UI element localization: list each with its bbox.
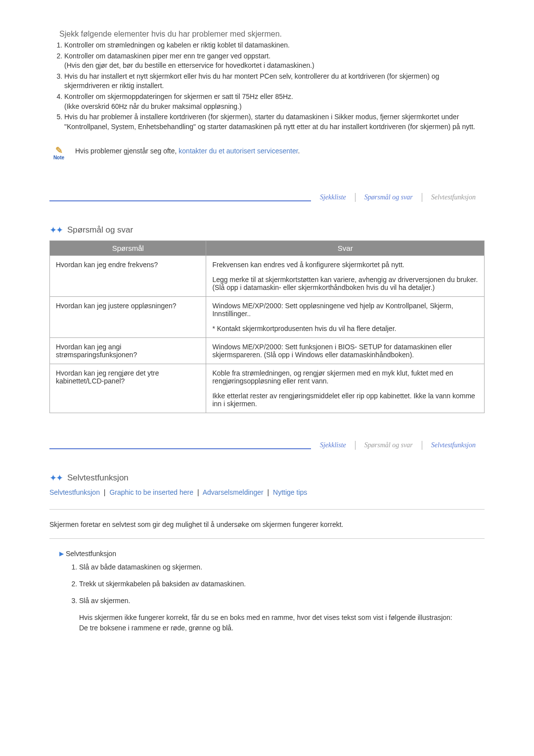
check-item: Kontroller om datamaskinen piper mer enn… (64, 51, 485, 71)
table-row: Hvordan kan jeg justere oppløsningen? Wi… (50, 297, 485, 338)
link-sep: | (267, 488, 269, 496)
qa-answer: Windows ME/XP/2000: Sett funksjonen i BI… (206, 338, 485, 364)
qa-answer-p: Ikke etterlat rester av rengjøringsmidde… (212, 392, 478, 408)
link-selvtest[interactable]: Selvtestfunksjon (49, 488, 100, 496)
qa-question: Hvordan kan jeg justere oppløsningen? (50, 297, 206, 338)
check-item-text: Hvis du har installert et nytt skjermkor… (64, 72, 439, 90)
note-link[interactable]: kontakter du et autorisert servicesenter (178, 147, 298, 155)
link-sep: | (197, 488, 199, 496)
qa-answer-p: Legg merke til at skjermkortstøtten kan … (212, 276, 478, 291)
tab-selvtest[interactable]: Selvtestfunksjon (422, 193, 485, 201)
check-item-sub: (Hvis den gjør det, bør du bestille en e… (64, 61, 485, 71)
selftest-para-line: Hvis skjermen ikke fungerer korrekt, får… (79, 614, 452, 621)
selftest-para: Hvis skjermen ikke fungerer korrekt, får… (79, 613, 485, 633)
nav-tabs-qa: Sjekkliste Spørsmål og svar Selvtestfunk… (49, 190, 485, 205)
qa-col-question: Spørsmål (50, 241, 206, 256)
selftest-subsection: ▶ Selvtestfunksjon Slå av både datamaski… (59, 550, 485, 633)
tab-selvtest[interactable]: Selvtestfunksjon (422, 441, 485, 449)
nav-spacer (49, 448, 311, 449)
note-row: ✎ Note Hvis problemer gjenstår seg ofte,… (49, 142, 485, 160)
table-row: Hvordan kan jeg endre frekvens? Frekvens… (50, 256, 485, 297)
selftest-intro-text: Skjermen foretar en selvtest som gir deg… (49, 520, 485, 528)
tab-sporsmal[interactable]: Spørsmål og svar (356, 441, 422, 449)
check-item-text: Kontroller om datamaskinen piper mer enn… (64, 52, 270, 60)
table-row: Hvordan kan jeg rengjøre det ytre kabine… (50, 364, 485, 413)
note-icon: ✎ Note (49, 142, 68, 160)
note-prefix: Hvis problemer gjenstår seg ofte, (75, 147, 178, 155)
check-item: Kontroller om skjermoppdateringen for sk… (64, 92, 485, 111)
qa-answer: Koble fra strømledningen, og rengjør skj… (206, 364, 485, 413)
check-item-text: Hvis du har problemer å installere kortd… (64, 113, 475, 131)
qa-question: Hvordan kan jeg endre frekvens? (50, 256, 206, 297)
note-label: Note (53, 155, 64, 160)
qa-answer: Windows ME/XP/2000: Sett oppløsningene v… (206, 297, 485, 338)
check-list: Kontroller om strømledningen og kabelen … (49, 41, 485, 132)
selftest-sub-title-row: ▶ Selvtestfunksjon (59, 550, 485, 558)
selftest-sublinks: Selvtestfunksjon | Graphic to be inserte… (49, 488, 485, 496)
link-advarsel[interactable]: Advarselsmeldinger (203, 488, 264, 496)
qa-answer-p: Windows ME/XP/2000: Sett oppløsningene v… (212, 302, 478, 318)
tab-sporsmal[interactable]: Spørsmål og svar (356, 193, 422, 201)
list-item: Slå av både datamaskinen og skjermen. (79, 563, 485, 572)
qa-col-answer: Svar (206, 241, 485, 256)
section-header-selftest: ✦✦ Selvtestfunksjon (49, 472, 485, 483)
selftest-sub-title: Selvtestfunksjon (66, 550, 116, 558)
selftest-steps: Slå av både datamaskinen og skjermen. Tr… (59, 563, 485, 606)
check-item: Kontroller om strømledningen og kabelen … (64, 41, 485, 50)
snowflake-icon: ✦✦ (49, 472, 62, 483)
check-item: Hvis du har installert et nytt skjermkor… (64, 72, 485, 91)
link-nyttige[interactable]: Nyttige tips (273, 488, 307, 496)
section-title: Selvtestfunksjon (67, 473, 129, 483)
list-item: Slå av skjermen. (79, 596, 485, 606)
link-sep: | (104, 488, 106, 496)
qa-question: Hvordan kan jeg rengjøre det ytre kabine… (50, 364, 206, 413)
selftest-para-line: De tre boksene i rammene er røde, grønne… (79, 624, 233, 632)
table-row: Hvordan kan jeg angi strømsparingsfunksj… (50, 338, 485, 364)
qa-answer-p: * Kontakt skjermkortprodusenten hvis du … (212, 325, 478, 332)
tab-sjekkliste[interactable]: Sjekkliste (311, 193, 355, 201)
link-graphic[interactable]: Graphic to be inserted here (109, 488, 193, 496)
check-item-text: Kontroller om skjermoppdateringen for sk… (64, 93, 293, 100)
qa-table: Spørsmål Svar Hvordan kan jeg endre frek… (49, 240, 485, 413)
intro-heading: Sjekk følgende elementer hvis du har pro… (59, 30, 485, 39)
qa-question: Hvordan kan jeg angi strømsparingsfunksj… (50, 338, 206, 364)
section-header-qa: ✦✦ Spørsmål og svar (49, 225, 485, 236)
qa-answer-p: Koble fra strømledningen, og rengjør skj… (212, 369, 478, 385)
list-item: Trekk ut skjermkabelen på baksiden av da… (79, 579, 485, 589)
snowflake-icon: ✦✦ (49, 225, 62, 236)
check-item-text: Kontroller om strømledningen og kabelen … (64, 41, 290, 49)
tab-sjekkliste[interactable]: Sjekkliste (311, 441, 355, 449)
nav-spacer (49, 200, 311, 201)
note-suffix: . (298, 147, 300, 155)
divider (49, 538, 485, 539)
qa-answer-p: Windows ME/XP/2000: Sett funksjonen i BI… (212, 343, 478, 359)
nav-tabs-selftest: Sjekkliste Spørsmål og svar Selvtestfunk… (49, 438, 485, 453)
divider (49, 509, 485, 510)
check-item: Hvis du har problemer å installere kortd… (64, 112, 485, 132)
note-text: Hvis problemer gjenstår seg ofte, kontak… (75, 147, 300, 155)
chevron-icon: ▶ (59, 550, 64, 557)
qa-answer-p: Frekvensen kan endres ved å konfigurere … (212, 261, 478, 269)
qa-answer: Frekvensen kan endres ved å konfigurere … (206, 256, 485, 297)
check-item-sub: (Ikke overskrid 60Hz når du bruker maksi… (64, 102, 485, 112)
pencil-icon: ✎ (55, 146, 63, 155)
section-title: Spørsmål og svar (67, 225, 133, 235)
